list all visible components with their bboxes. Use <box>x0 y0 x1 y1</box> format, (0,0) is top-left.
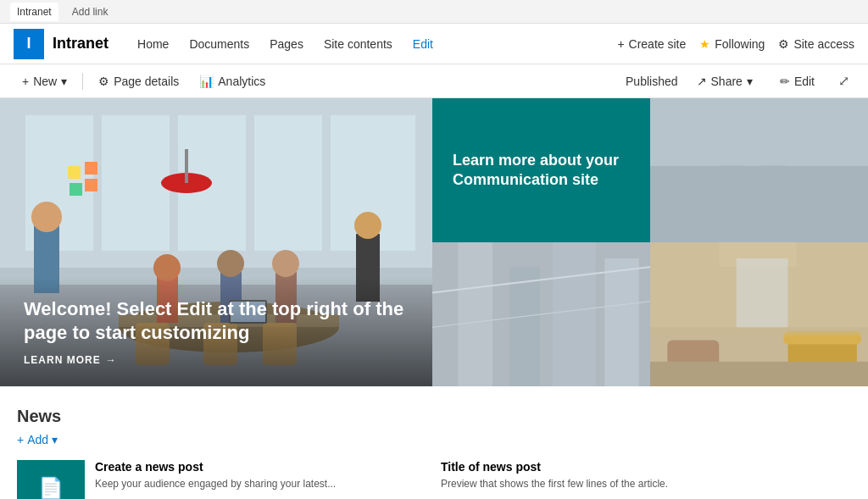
divider <box>82 73 83 90</box>
chevron-down-icon: ▾ <box>61 75 67 88</box>
nav-documents[interactable]: Documents <box>181 32 258 56</box>
news-section: News + Add ▾ 📄 Create a news post Keep y… <box>0 386 868 499</box>
published-status: Published <box>626 75 678 88</box>
news-card-create-title: Create a news post <box>95 460 427 474</box>
hero-tile-lookbook[interactable]: Get inspired with the SharePoint look bo… <box>650 98 868 242</box>
hero-tile-hero-part[interactable]: Learn how to use the Hero web part <box>432 242 650 386</box>
news-card-title-post-title: Title of news post <box>441 460 851 474</box>
nav-home[interactable]: Home <box>129 32 177 56</box>
svg-rect-40 <box>509 267 540 386</box>
expand-button[interactable]: ⤢ <box>833 69 854 92</box>
news-grid: 📄 Create a news post Keep your audience … <box>17 460 851 499</box>
hero-tile-communication[interactable]: Learn more about your Communication site <box>432 98 650 242</box>
svg-rect-42 <box>604 258 639 386</box>
news-title: News <box>17 407 851 426</box>
page-details-label: Page details <box>114 75 179 88</box>
add-link-tab[interactable]: Add link <box>72 6 108 18</box>
svg-rect-20 <box>85 179 97 191</box>
share-label: Share <box>711 75 743 88</box>
site-title: Intranet <box>53 35 108 53</box>
gear-icon: ⚙ <box>778 37 789 51</box>
nav-right: + Create site ★ Following ⚙ Site access <box>617 37 854 51</box>
hero-main-tile[interactable]: Welcome! Select Edit at the top right of… <box>0 98 432 386</box>
svg-rect-19 <box>70 183 82 196</box>
plus-icon: + <box>22 75 29 88</box>
hero-tile-discover[interactable]: Discover web parts you can add to this p… <box>650 242 868 386</box>
site-access-button[interactable]: ⚙ Site access <box>778 37 854 51</box>
svg-rect-51 <box>650 362 868 386</box>
edit-label: Edit <box>794 75 815 88</box>
browser-bar: Intranet Add link <box>0 0 868 24</box>
news-card-title-post: Title of news post Preview that shows th… <box>441 460 851 499</box>
svg-rect-41 <box>553 242 596 386</box>
nav-edit[interactable]: Edit <box>404 32 442 56</box>
news-document-icon: 📄 <box>38 476 64 500</box>
following-button[interactable]: ★ Following <box>699 37 765 51</box>
hero-tile-grid: Learn more about your Communication site… <box>432 98 868 386</box>
new-button[interactable]: + New ▾ <box>14 71 75 91</box>
edit-button[interactable]: ✏ Edit <box>771 71 823 91</box>
news-thumb-create: 📄 <box>17 460 85 499</box>
hero-main-title: Welcome! Select Edit at the top right of… <box>24 297 409 346</box>
svg-point-28 <box>354 212 381 239</box>
svg-rect-36 <box>650 98 868 166</box>
following-label: Following <box>715 37 765 51</box>
svg-point-16 <box>31 202 62 232</box>
news-add-button[interactable]: + Add ▾ <box>17 433 851 446</box>
hero-part-image <box>432 242 650 386</box>
svg-rect-3 <box>102 115 170 251</box>
chevron-down-icon: ▾ <box>52 433 58 446</box>
news-card-create: 📄 Create a news post Keep your audience … <box>17 460 427 499</box>
nav-links: Home Documents Pages Site contents Edit <box>129 32 617 56</box>
create-site-button[interactable]: + Create site <box>617 37 686 51</box>
news-card-title-post-content: Title of news post Preview that shows th… <box>441 460 851 499</box>
toolbar: + New ▾ ⚙ Page details 📊 Analytics Publi… <box>0 64 868 98</box>
edit-icon: ✏ <box>780 75 790 88</box>
hero-section: Welcome! Select Edit at the top right of… <box>0 98 868 386</box>
toolbar-right: Published ↗ Share ▾ ✏ Edit ⤢ <box>626 69 854 92</box>
learn-more-link[interactable]: LEARN MORE → <box>24 354 409 366</box>
news-card-create-desc: Keep your audience engaged by sharing yo… <box>95 477 427 491</box>
active-tab[interactable]: Intranet <box>10 3 58 21</box>
nav-site-contents[interactable]: Site contents <box>315 32 401 56</box>
hero-main-overlay: Welcome! Select Edit at the top right of… <box>0 277 432 386</box>
hero-tile-communication-text: Learn more about your Communication site <box>453 151 630 191</box>
news-card-title-post-desc: Preview that shows the first few lines o… <box>441 477 851 491</box>
toolbar-left: + New ▾ ⚙ Page details 📊 Analytics <box>14 71 626 91</box>
star-icon: ★ <box>699 37 710 51</box>
new-label: New <box>33 75 57 88</box>
site-logo: I <box>14 29 44 59</box>
nav-pages[interactable]: Pages <box>261 32 312 56</box>
news-add-label: Add <box>27 433 48 446</box>
svg-rect-53 <box>737 258 788 327</box>
plus-icon: + <box>17 433 24 446</box>
analytics-button[interactable]: 📊 Analytics <box>191 71 274 91</box>
chart-icon: 📊 <box>199 75 214 88</box>
learn-more-label: LEARN MORE <box>24 354 101 366</box>
top-nav: I Intranet Home Documents Pages Site con… <box>0 24 868 64</box>
share-button[interactable]: ↗ Share ▾ <box>688 71 761 91</box>
svg-rect-39 <box>458 242 492 386</box>
arrow-right-icon: → <box>106 354 117 366</box>
site-access-label: Site access <box>793 37 854 51</box>
chevron-down-icon: ▾ <box>747 75 753 88</box>
share-icon: ↗ <box>697 75 707 88</box>
svg-rect-17 <box>68 166 81 179</box>
analytics-label: Analytics <box>218 75 265 88</box>
svg-rect-18 <box>85 162 97 175</box>
svg-rect-14 <box>185 149 188 183</box>
page-details-button[interactable]: ⚙ Page details <box>90 71 187 91</box>
discover-image <box>650 242 868 386</box>
svg-point-24 <box>217 250 244 277</box>
settings-icon: ⚙ <box>98 75 109 88</box>
lookbook-image <box>650 98 868 242</box>
svg-point-26 <box>272 250 299 277</box>
plus-icon: + <box>617 37 624 51</box>
news-card-create-content: Create a news post Keep your audience en… <box>95 460 427 499</box>
svg-rect-37 <box>650 166 868 242</box>
svg-rect-5 <box>254 115 322 251</box>
create-site-label: Create site <box>629 37 687 51</box>
